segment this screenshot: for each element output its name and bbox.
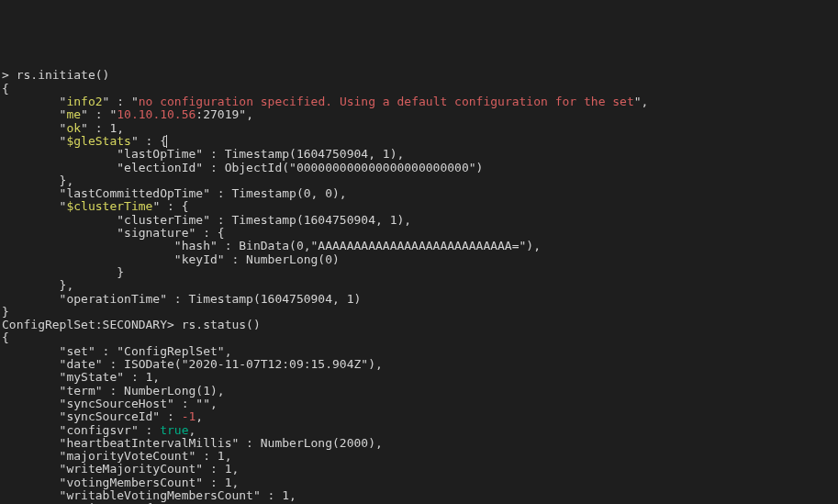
- line-date: "date" : ISODate("2020-11-07T12:09:15.90…: [2, 357, 383, 371]
- line-me: "me" : "10.10.10.56:27019",: [2, 107, 253, 121]
- value-syncsourceid: -1: [182, 409, 196, 423]
- line-keyid: "keyId" : NumberLong(0): [2, 252, 340, 266]
- line-syncsourceid: "syncSourceId" : -1,: [2, 409, 203, 423]
- line-clustertime-close: },: [2, 278, 73, 292]
- line-writemajoritycount: "writeMajorityCount" : 1,: [2, 462, 239, 476]
- brace-open-1: {: [2, 82, 9, 95]
- line-glestats-open: "$gleStats" : {: [2, 134, 167, 148]
- line-operationtime: "operationTime" : Timestamp(1604750904, …: [2, 292, 361, 306]
- line-majorityvotecount: "majorityVoteCount" : 1,: [2, 449, 231, 463]
- key-me: me: [66, 107, 81, 121]
- line-signature-open: "signature" : {: [2, 226, 225, 240]
- line-configsvr: "configsvr" : true,: [2, 423, 196, 437]
- line-clustertime-val: "clusterTime" : Timestamp(1604750904, 1)…: [2, 213, 411, 227]
- line-mystate: "myState" : 1,: [2, 370, 160, 384]
- line-clustertime-open: "$clusterTime" : {: [2, 199, 189, 213]
- line-writablevotingmemberscount: "writableVotingMembersCount" : 1,: [2, 488, 296, 502]
- key-glestats: $gleStats: [66, 134, 130, 148]
- key-ok: ok: [66, 121, 81, 135]
- line-heartbeatinterval: "heartbeatIntervalMillis" : NumberLong(2…: [2, 436, 383, 450]
- value-me-ip: 10.10.10.56: [117, 107, 196, 121]
- value-info2: no configuration specified. Using a defa…: [139, 95, 634, 108]
- line-electionid: "electionId" : ObjectId("000000000000000…: [2, 161, 483, 174]
- line-term: "term" : NumberLong(1),: [2, 384, 225, 398]
- text-cursor: [166, 135, 167, 148]
- line-votingmemberscount: "votingMembersCount" : 1,: [2, 476, 239, 489]
- line-syncsourcehost: "syncSourceHost" : "",: [2, 397, 218, 410]
- value-configsvr: true: [160, 423, 188, 437]
- key-clustertime: $clusterTime: [66, 199, 152, 213]
- line-info2: "info2" : "no configuration specified. U…: [2, 95, 648, 108]
- line-hash: "hash" : BinData(0,"AAAAAAAAAAAAAAAAAAAA…: [2, 239, 541, 252]
- prompt-1: > rs.initiate(): [2, 68, 109, 82]
- line-signature-close: }: [2, 265, 124, 279]
- brace-close-1: }: [2, 305, 9, 319]
- line-lastcommittedoptime: "lastCommittedOpTime" : Timestamp(0, 0),: [2, 186, 347, 200]
- line-glestats-close: },: [2, 174, 73, 187]
- line-set: "set" : "ConfigReplSet",: [2, 344, 231, 358]
- terminal-output: > rs.initiate() { "info2" : "no configur…: [0, 65, 838, 504]
- key-info2: info2: [66, 95, 102, 108]
- brace-open-2: {: [2, 330, 9, 344]
- line-ok: "ok" : 1,: [2, 121, 124, 135]
- line-lastoptime: "lastOpTime" : Timestamp(1604750904, 1),: [2, 147, 404, 161]
- prompt-2[interactable]: ConfigReplSet:SECONDARY> rs.status(): [2, 318, 261, 331]
